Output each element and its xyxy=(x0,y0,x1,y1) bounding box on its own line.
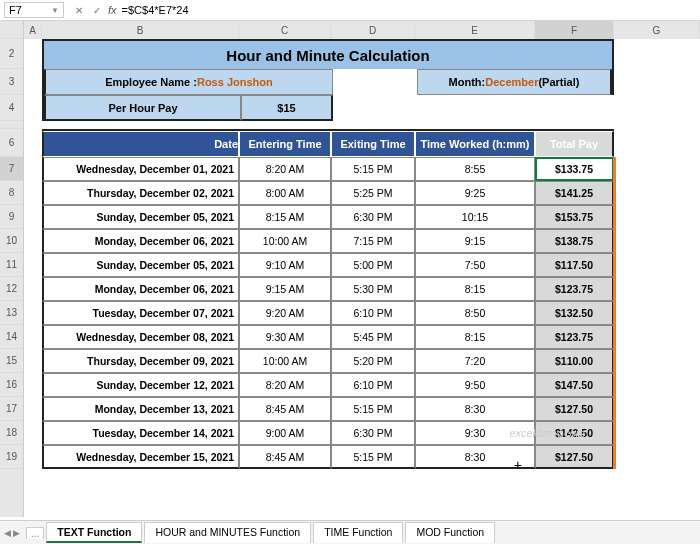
exit-cell[interactable]: 5:15 PM xyxy=(331,397,415,421)
exit-cell[interactable]: 5:00 PM xyxy=(331,253,415,277)
month-cell[interactable]: Month: December (Partial) xyxy=(417,69,612,95)
table-row[interactable]: Sunday, December 05, 2021 9:10 AM 5:00 P… xyxy=(42,253,614,277)
exit-cell[interactable]: 7:15 PM xyxy=(331,229,415,253)
date-cell[interactable]: Tuesday, December 14, 2021 xyxy=(42,421,239,445)
enter-cell[interactable]: 8:45 AM xyxy=(239,397,331,421)
fx-icon[interactable]: fx xyxy=(108,4,117,16)
row-header[interactable]: 6 xyxy=(0,129,23,157)
pay-cell[interactable]: $110.00 xyxy=(535,349,614,373)
enter-cell[interactable]: 9:15 AM xyxy=(239,277,331,301)
cells-area[interactable]: Hour and Minute Calculation Employee Nam… xyxy=(24,39,700,469)
pay-cell[interactable]: $141.25 xyxy=(535,181,614,205)
table-row[interactable]: Monday, December 06, 2021 10:00 AM 7:15 … xyxy=(42,229,614,253)
date-cell[interactable]: Thursday, December 02, 2021 xyxy=(42,181,239,205)
table-row[interactable]: Wednesday, December 15, 2021 8:45 AM 5:1… xyxy=(42,445,614,469)
col-header[interactable]: F xyxy=(535,21,614,39)
date-cell[interactable]: Monday, December 06, 2021 xyxy=(42,229,239,253)
header-pay[interactable]: Total Pay xyxy=(535,131,614,157)
worked-cell[interactable]: 9:50 xyxy=(415,373,535,397)
cancel-icon[interactable]: ✕ xyxy=(72,5,86,16)
per-hour-value-cell[interactable]: $15 xyxy=(241,95,333,121)
enter-cell[interactable]: 10:00 AM xyxy=(239,229,331,253)
row-header[interactable]: 8 xyxy=(0,181,23,205)
row-header[interactable]: 3 xyxy=(0,69,23,95)
row-header[interactable]: 10 xyxy=(0,229,23,253)
sheet-tab[interactable]: MOD Function xyxy=(405,522,495,543)
exit-cell[interactable]: 5:45 PM xyxy=(331,325,415,349)
pay-cell[interactable]: $142.50 xyxy=(535,421,614,445)
row-header[interactable]: 17 xyxy=(0,397,23,421)
row-header[interactable]: 16 xyxy=(0,373,23,397)
worked-cell[interactable]: 7:20 xyxy=(415,349,535,373)
worked-cell[interactable]: 8:30 xyxy=(415,397,535,421)
name-box-dropdown-icon[interactable]: ▼ xyxy=(51,6,59,15)
enter-cell[interactable]: 9:10 AM xyxy=(239,253,331,277)
header-worked[interactable]: Time Worked (h:mm) xyxy=(415,131,535,157)
worked-cell[interactable]: 8:55 xyxy=(415,157,535,181)
date-cell[interactable]: Tuesday, December 07, 2021 xyxy=(42,301,239,325)
row-header[interactable]: 13 xyxy=(0,301,23,325)
col-header[interactable]: E xyxy=(415,21,535,39)
select-all-corner[interactable] xyxy=(0,21,23,39)
row-header[interactable]: 4 xyxy=(0,95,23,121)
exit-cell[interactable]: 5:25 PM xyxy=(331,181,415,205)
formula-input[interactable] xyxy=(121,3,696,17)
pay-cell[interactable]: $117.50 xyxy=(535,253,614,277)
header-date[interactable]: Date xyxy=(42,131,239,157)
table-row[interactable]: Tuesday, December 07, 2021 9:20 AM 6:10 … xyxy=(42,301,614,325)
employee-name-cell[interactable]: Employee Name : Ross Jonshon xyxy=(44,69,333,95)
sheet-tab[interactable]: HOUR and MINUTES Function xyxy=(144,522,311,543)
exit-cell[interactable]: 5:15 PM xyxy=(331,157,415,181)
row-header[interactable]: 12 xyxy=(0,277,23,301)
worked-cell[interactable]: 8:15 xyxy=(415,325,535,349)
enter-cell[interactable]: 9:20 AM xyxy=(239,301,331,325)
header-enter[interactable]: Entering Time xyxy=(239,131,331,157)
enter-cell[interactable]: 8:20 AM xyxy=(239,373,331,397)
worked-cell[interactable]: 9:15 xyxy=(415,229,535,253)
exit-cell[interactable]: 5:30 PM xyxy=(331,277,415,301)
row-header[interactable]: 18 xyxy=(0,421,23,445)
col-header[interactable]: C xyxy=(239,21,331,39)
worked-cell[interactable]: 8:50 xyxy=(415,301,535,325)
date-cell[interactable]: Sunday, December 05, 2021 xyxy=(42,253,239,277)
enter-cell[interactable]: 9:00 AM xyxy=(239,421,331,445)
row-header[interactable] xyxy=(0,121,23,129)
row-header[interactable]: 15 xyxy=(0,349,23,373)
table-row[interactable]: Sunday, December 12, 2021 8:20 AM 6:10 P… xyxy=(42,373,614,397)
exit-cell[interactable]: 5:20 PM xyxy=(331,349,415,373)
sheet-tab[interactable]: TEXT Function xyxy=(46,522,142,543)
worked-cell[interactable]: 9:25 xyxy=(415,181,535,205)
table-row[interactable]: Thursday, December 02, 2021 8:00 AM 5:25… xyxy=(42,181,614,205)
pay-cell[interactable]: $127.50 xyxy=(535,397,614,421)
row-header[interactable]: 9 xyxy=(0,205,23,229)
exit-cell[interactable]: 5:15 PM xyxy=(331,445,415,469)
worked-cell[interactable]: 9:30 xyxy=(415,421,535,445)
header-exit[interactable]: Exiting Time xyxy=(331,131,415,157)
col-header[interactable]: B xyxy=(42,21,239,39)
pay-cell[interactable]: $132.50 xyxy=(535,301,614,325)
pay-cell[interactable]: $153.75 xyxy=(535,205,614,229)
row-header[interactable]: 19 xyxy=(0,445,23,469)
name-box[interactable]: F7 ▼ xyxy=(4,2,64,18)
table-row[interactable]: Monday, December 13, 2021 8:45 AM 5:15 P… xyxy=(42,397,614,421)
title-cell[interactable]: Hour and Minute Calculation xyxy=(42,39,614,69)
col-header[interactable]: G xyxy=(614,21,700,39)
table-row[interactable]: Wednesday, December 01, 2021 8:20 AM 5:1… xyxy=(42,157,614,181)
worked-cell[interactable]: 7:50 xyxy=(415,253,535,277)
col-header[interactable]: A xyxy=(24,21,42,39)
row-header[interactable]: 11 xyxy=(0,253,23,277)
col-header[interactable]: D xyxy=(331,21,415,39)
worked-cell[interactable]: 10:15 xyxy=(415,205,535,229)
pay-cell[interactable]: $123.75 xyxy=(535,325,614,349)
enter-cell[interactable]: 8:15 AM xyxy=(239,205,331,229)
table-row[interactable]: Sunday, December 05, 2021 8:15 AM 6:30 P… xyxy=(42,205,614,229)
table-row[interactable]: Wednesday, December 08, 2021 9:30 AM 5:4… xyxy=(42,325,614,349)
date-cell[interactable]: Monday, December 13, 2021 xyxy=(42,397,239,421)
enter-icon[interactable]: ✓ xyxy=(90,5,104,16)
exit-cell[interactable]: 6:10 PM xyxy=(331,373,415,397)
table-row[interactable]: Thursday, December 09, 2021 10:00 AM 5:2… xyxy=(42,349,614,373)
enter-cell[interactable]: 8:20 AM xyxy=(239,157,331,181)
enter-cell[interactable]: 9:30 AM xyxy=(239,325,331,349)
date-cell[interactable]: Wednesday, December 08, 2021 xyxy=(42,325,239,349)
worked-cell[interactable]: 8:15 xyxy=(415,277,535,301)
